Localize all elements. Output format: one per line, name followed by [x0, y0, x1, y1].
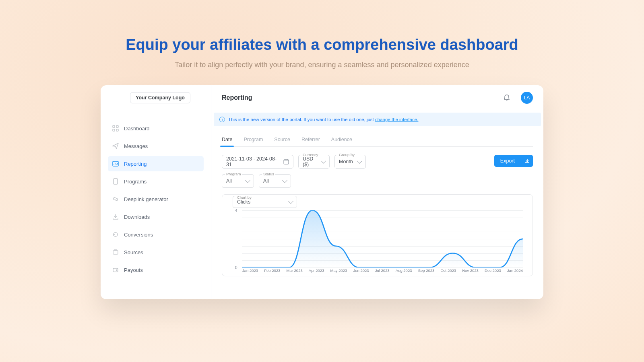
xtick: Oct 2023 [440, 268, 456, 273]
nav-label: Conversions [124, 232, 153, 238]
nav-conversions[interactable]: Conversions [108, 227, 204, 242]
xtick: Jul 2023 [375, 268, 390, 273]
paper-plane-icon [112, 142, 119, 150]
link-icon [112, 195, 119, 203]
hero-title: Equip your affiliates with a comprehensi… [0, 36, 644, 53]
calendar-icon [283, 159, 289, 165]
export-wrap: Export [494, 155, 533, 167]
avatar[interactable]: LA [521, 92, 533, 104]
program-label: Program [225, 172, 242, 176]
svg-rect-1 [116, 125, 118, 128]
xtick: Nov 2023 [462, 268, 479, 273]
currency-select[interactable]: USD ($) [298, 155, 330, 169]
hero-subtitle: Tailor it to align perfectly with your b… [0, 61, 644, 69]
ytick: 4 [235, 208, 237, 213]
body: Date Program Source Referrer Audience 20… [211, 126, 543, 299]
status-select[interactable]: All [259, 174, 291, 188]
nav-messages[interactable]: Messages [108, 138, 204, 154]
chart-panel: Chart by Clicks 4 0 [222, 194, 533, 276]
xtick: Apr 2023 [309, 268, 324, 273]
ytick: 0 [235, 265, 237, 270]
currency-field: Currency USD ($) [298, 155, 330, 169]
nav-label: Dashboard [124, 125, 150, 132]
svg-rect-6 [113, 251, 118, 254]
chartby-label: Chart by [236, 195, 253, 200]
status-field: Status All [259, 174, 291, 188]
nav-payouts[interactable]: Payouts [108, 262, 204, 278]
xtick: May 2023 [330, 268, 347, 273]
main: Reporting LA i This is the new version o… [211, 85, 543, 299]
nav-deeplink[interactable]: Deeplink generator [108, 191, 204, 207]
chart-area: 4 0 [242, 210, 523, 267]
company-logo: Your Company Logo [130, 92, 190, 103]
currency-value: USD ($) [303, 156, 319, 167]
chevron-down-icon [245, 178, 250, 183]
xtick: Aug 2023 [396, 268, 412, 273]
svg-rect-9 [284, 160, 289, 164]
xtick: Jan 2023 [242, 268, 258, 273]
chevron-down-icon [357, 158, 362, 164]
chevron-down-icon [288, 199, 293, 204]
info-banner: i This is the new version of the portal.… [214, 113, 541, 126]
xtick: Dec 2023 [485, 268, 501, 273]
nav-label: Downloads [124, 214, 150, 220]
cards-icon [112, 249, 119, 256]
page-title: Reporting [222, 94, 503, 101]
xtick: Mar 2023 [287, 268, 303, 273]
svg-rect-3 [116, 129, 118, 131]
wallet-icon [112, 266, 119, 274]
xtick: Jan 2024 [507, 268, 523, 273]
date-range-picker[interactable]: 2021-11-03 - 2024-08-31 [222, 155, 293, 169]
doc-icon [112, 178, 119, 185]
grid-icon [112, 125, 119, 132]
topbar: Reporting LA [211, 85, 543, 110]
nav-downloads[interactable]: Downloads [108, 209, 204, 224]
nav-reporting[interactable]: Reporting [108, 156, 204, 171]
currency-label: Currency [301, 152, 320, 157]
groupby-field: Group by Month [334, 155, 366, 169]
xtick: Sep 2023 [418, 268, 435, 273]
tab-referrer[interactable]: Referrer [301, 134, 320, 146]
groupby-value: Month [339, 159, 353, 165]
svg-rect-5 [114, 179, 118, 184]
chevron-down-icon [321, 158, 326, 163]
chart-icon [112, 160, 119, 167]
nav-label: Reporting [124, 161, 147, 167]
nav-sources[interactable]: Sources [108, 245, 204, 260]
chartby-field: Chart by Clicks [233, 196, 297, 208]
bell-icon[interactable] [503, 94, 510, 101]
export-button[interactable]: Export [494, 155, 521, 167]
program-select[interactable]: All [222, 174, 254, 188]
status-value: All [263, 178, 269, 184]
groupby-select[interactable]: Month [334, 155, 366, 169]
program-value: All [226, 178, 232, 184]
x-axis: Jan 2023Feb 2023Mar 2023Apr 2023May 2023… [242, 268, 523, 273]
nav-label: Messages [124, 143, 148, 149]
tab-source[interactable]: Source [274, 134, 290, 146]
nav-label: Payouts [124, 267, 143, 273]
chevron-down-icon [282, 178, 287, 183]
banner-link[interactable]: change the interface. [375, 117, 418, 122]
tab-audience[interactable]: Audience [331, 134, 352, 146]
groupby-label: Group by [338, 152, 356, 157]
status-label: Status [262, 172, 275, 176]
tab-program[interactable]: Program [244, 134, 263, 146]
tabs: Date Program Source Referrer Audience [222, 134, 533, 147]
nav-label: Deeplink generator [124, 196, 168, 202]
nav-label: Programs [124, 179, 147, 185]
export-download-button[interactable] [521, 155, 533, 167]
nav-programs[interactable]: Programs [108, 174, 204, 189]
logo-wrap: Your Company Logo [101, 85, 211, 110]
nav-dashboard[interactable]: Dashboard [108, 121, 204, 136]
svg-rect-0 [113, 125, 115, 128]
info-icon: i [219, 117, 225, 122]
chart-line [242, 210, 523, 267]
filters-row: 2021-11-03 - 2024-08-31 Currency USD ($)… [222, 155, 533, 169]
filters-row-2: Program All Status All [222, 174, 533, 188]
refresh-icon [112, 231, 119, 238]
tab-date[interactable]: Date [222, 134, 232, 146]
date-range-value: 2021-11-03 - 2024-08-31 [226, 156, 280, 167]
xtick: Feb 2023 [264, 268, 280, 273]
banner-text: This is the new version of the portal. I… [228, 117, 375, 122]
download-icon [524, 158, 530, 164]
